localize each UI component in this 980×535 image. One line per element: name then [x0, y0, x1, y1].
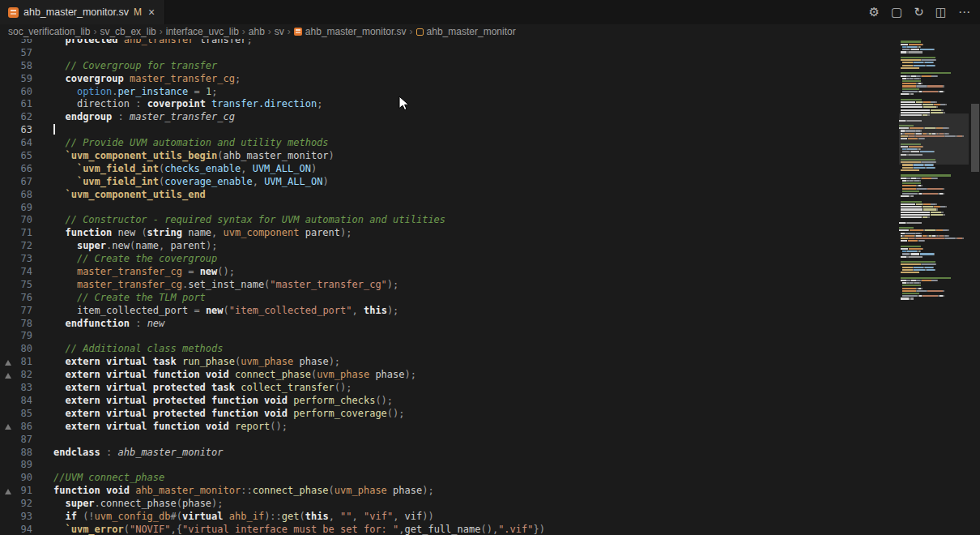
code-line[interactable]: 68 `uvm_component_utils_end	[0, 189, 980, 202]
code-line[interactable]: 59 covergroup master_transfer_cg;	[0, 73, 980, 86]
line-number[interactable]: 94	[0, 524, 32, 535]
line-number[interactable]: 79	[0, 330, 32, 343]
code-text[interactable]	[53, 459, 980, 472]
code-line[interactable]: 84 extern virtual protected function voi…	[0, 395, 980, 408]
editor-gutter[interactable]: 58	[0, 60, 53, 73]
code-text[interactable]	[53, 330, 980, 343]
line-number[interactable]: 74	[0, 266, 32, 279]
editor-gutter[interactable]: 60	[0, 86, 53, 99]
code-line[interactable]: 60 option.per_instance = 1;	[0, 86, 980, 99]
code-text[interactable]: item_collected_port = new("item_collecte…	[53, 305, 980, 318]
editor-gutter[interactable]: 85	[0, 408, 53, 421]
editor-gutter[interactable]: 93	[0, 511, 53, 524]
tab-ahb-master-monitor[interactable]: ahb_master_monitor.sv M ×	[0, 0, 165, 24]
code-line[interactable]: 83 extern virtual protected task collect…	[0, 382, 980, 395]
code-text[interactable]: extern virtual function void report();	[53, 421, 980, 434]
editor-gutter[interactable]: 78	[0, 318, 53, 331]
minimap[interactable]	[899, 36, 969, 303]
code-text[interactable]: extern virtual protected function void p…	[53, 408, 980, 421]
editor-gutter[interactable]: 62	[0, 111, 53, 124]
code-text[interactable]: // Create the covergroup	[53, 253, 980, 266]
code-text[interactable]: master_transfer_cg.set_inst_name("master…	[53, 279, 980, 292]
editor-gutter[interactable]: 87	[0, 434, 53, 447]
code-line[interactable]: 93 if (!uvm_config_db#(virtual ahb_if)::…	[0, 511, 980, 524]
scrollbar-thumb[interactable]	[971, 104, 979, 172]
code-text[interactable]: endfunction : new	[53, 318, 980, 331]
code-line[interactable]: 58 // Covergroup for transfer	[0, 60, 980, 73]
close-icon[interactable]: ×	[147, 6, 156, 18]
minimap-viewport[interactable]	[899, 113, 969, 165]
code-text[interactable]: // Provide UVM automation and utility me…	[53, 137, 980, 150]
code-text[interactable]: direction : coverpoint transfer.directio…	[53, 98, 980, 111]
code-text[interactable]: master_transfer_cg = new();	[53, 266, 980, 279]
code-line[interactable]: 71 function new (string name, uvm_compon…	[0, 227, 980, 240]
line-number[interactable]: 57	[0, 47, 32, 60]
editor-gutter[interactable]: 92	[0, 498, 53, 511]
line-number[interactable]: 77	[0, 305, 32, 318]
code-text[interactable]	[53, 124, 980, 137]
code-text[interactable]: extern virtual task run_phase(uvm_phase …	[53, 356, 980, 369]
code-line[interactable]: 82 extern virtual function void connect_…	[0, 369, 980, 382]
code-line[interactable]: 92 super.connect_phase(phase);	[0, 498, 980, 511]
editor-gutter[interactable]: 67	[0, 176, 53, 189]
line-number[interactable]: 69	[0, 202, 32, 215]
code-line[interactable]: 79	[0, 330, 980, 343]
editor-gutter[interactable]: 83	[0, 382, 53, 395]
editor-gutter[interactable]: 74	[0, 266, 53, 279]
line-number[interactable]: 85	[0, 408, 32, 421]
line-number[interactable]: 61	[0, 98, 32, 111]
code-text[interactable]: function void ahb_master_monitor::connec…	[53, 485, 980, 498]
more-actions-icon[interactable]: ⋯	[958, 5, 970, 19]
line-number[interactable]: 75	[0, 279, 32, 292]
editor-gutter[interactable]: 84	[0, 395, 53, 408]
line-number[interactable]: 60	[0, 86, 32, 99]
line-number[interactable]: 92	[0, 498, 32, 511]
code-line[interactable]: 69	[0, 202, 980, 215]
line-number[interactable]: 83	[0, 382, 32, 395]
code-text[interactable]: if (!uvm_config_db#(virtual ahb_if)::get…	[53, 511, 980, 524]
code-line[interactable]: 85 extern virtual protected function voi…	[0, 408, 980, 421]
breadcrumb-item-soc-verification-lib[interactable]: soc_verification_lib	[8, 26, 90, 37]
editor-gutter[interactable]: 57	[0, 47, 53, 60]
editor-gutter[interactable]: 59	[0, 73, 53, 86]
line-number[interactable]: 80	[0, 343, 32, 356]
line-number[interactable]: 62	[0, 111, 32, 124]
line-number[interactable]: 70	[0, 214, 32, 227]
code-line[interactable]: 65 `uvm_component_utils_begin(ahb_master…	[0, 150, 980, 163]
editor-gutter[interactable]: 81	[0, 356, 53, 369]
code-line[interactable]: 74 master_transfer_cg = new();	[0, 266, 980, 279]
code-text[interactable]: // Constructor - required syntax for UVM…	[53, 214, 980, 227]
editor-gutter[interactable]: 89	[0, 459, 53, 472]
editor-gutter[interactable]: 72	[0, 240, 53, 253]
editor-gutter[interactable]: 61	[0, 98, 53, 111]
code-text[interactable]: extern virtual function void connect_pha…	[53, 369, 980, 382]
code-line[interactable]: 72 super.new(name, parent);	[0, 240, 980, 253]
line-number[interactable]: 68	[0, 189, 32, 202]
editor-gutter[interactable]: 73	[0, 253, 53, 266]
line-number[interactable]: 67	[0, 176, 32, 189]
code-line[interactable]: 94 `uvm_error("NOVIF",{"virtual interfac…	[0, 524, 980, 535]
code-text[interactable]: function new (string name, uvm_component…	[53, 227, 980, 240]
code-line[interactable]: 61 direction : coverpoint transfer.direc…	[0, 98, 980, 111]
editor-gutter[interactable]: 69	[0, 202, 53, 215]
editor-gutter[interactable]: 76	[0, 292, 53, 305]
editor-gutter[interactable]: 63	[0, 124, 53, 137]
editor-gutter[interactable]: 88	[0, 447, 53, 460]
code-line[interactable]: 91function void ahb_master_monitor::conn…	[0, 485, 980, 498]
editor-gutter[interactable]: 86	[0, 421, 53, 434]
line-number[interactable]: 59	[0, 73, 32, 86]
editor-gutter[interactable]: 90	[0, 472, 53, 485]
editor-gutter[interactable]: 75	[0, 279, 53, 292]
editor-gutter[interactable]: 70	[0, 214, 53, 227]
code-text[interactable]: `uvm_field_int(coverage_enable, UVM_ALL_…	[53, 176, 980, 189]
code-line[interactable]: 88endclass : ahb_master_monitor	[0, 447, 980, 460]
code-text[interactable]: `uvm_field_int(checks_enable, UVM_ALL_ON…	[53, 163, 980, 176]
code-text[interactable]: super.connect_phase(phase);	[53, 498, 980, 511]
editor-gutter[interactable]: 80	[0, 343, 53, 356]
code-line[interactable]: 77 item_collected_port = new("item_colle…	[0, 305, 980, 318]
code-line[interactable]: 63	[0, 124, 980, 137]
editor-gutter[interactable]: 56	[0, 39, 53, 47]
line-number[interactable]: 82	[0, 369, 32, 382]
line-number[interactable]: 81	[0, 356, 32, 369]
code-line[interactable]: 90//UVM connect_phase	[0, 472, 980, 485]
